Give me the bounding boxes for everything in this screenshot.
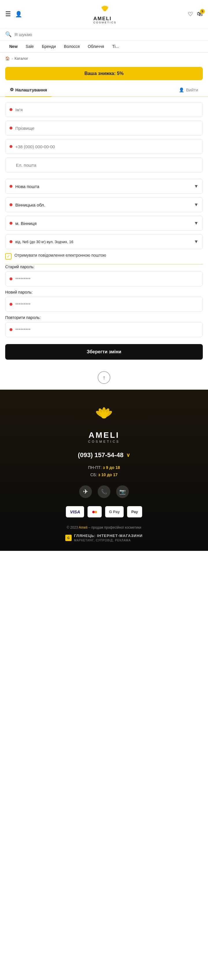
viber-icon[interactable]: 📞 [98,485,110,498]
field-dot [10,185,13,188]
checkbox-label: Отримувати повідомлення електронною пошт… [14,253,106,258]
email-notification-row: ✓ Отримувати повідомлення електронною по… [0,253,208,259]
home-icon[interactable]: 🏠 [5,56,10,60]
cart-wrap[interactable]: 🛍 5 [197,11,203,17]
check-icon: ✓ [6,254,10,259]
branch-select[interactable]: від. №6 (до 30 кг) вул. Зодчих, 16 [15,240,192,244]
nav-item-brands[interactable]: Бренди [38,41,60,52]
field-delivery[interactable]: Нова пошта ▼ [5,179,203,194]
breadcrumb-current: Каталог [14,56,28,60]
nav-item-face[interactable]: Обличчя [84,41,108,52]
footer-payments: VISA ● ● G Pay Pay [5,506,203,517]
svg-point-11 [101,415,107,418]
field-dot [10,145,13,148]
field-dot [10,203,13,206]
field-surname [5,121,203,135]
tab-logout[interactable]: 👤 Вийти [174,83,203,97]
user-icon[interactable]: 👤 [15,11,22,18]
field-dot [10,277,13,280]
search-input[interactable] [14,32,203,37]
field-confirm-password [5,322,203,337]
chevron-down-icon: ▼ [194,239,198,244]
field-dot [10,303,13,306]
phone-input[interactable] [15,144,198,149]
city-select[interactable]: м. Вінниця [15,221,192,226]
footer-copyright: © 2023 Ameli – продаж професійної космет… [5,525,203,530]
logo-icon [99,4,111,16]
confirm-password-input[interactable] [15,327,198,332]
nav-item-sale[interactable]: Sale [22,41,38,52]
payment-applepay: Pay [127,506,142,517]
field-city[interactable]: м. Вінниця ▼ [5,216,203,231]
search-bar: 🔍 [0,28,208,41]
confirm-password-label: Повторити пароль: [0,315,208,320]
field-name [5,102,203,117]
instagram-icon[interactable]: 📷 [116,485,129,498]
header: ☰ 👤 AMELI COSMETICS ♡ 🛍 5 [0,0,208,28]
header-left: ☰ 👤 [5,10,22,18]
tab-settings[interactable]: ⚙ Налаштування [5,83,52,97]
breadcrumb-separator: › [11,56,13,60]
delivery-select[interactable]: Нова пошта [15,184,192,189]
discount-banner: Ваша знижка: 5% [5,67,203,80]
field-dot [10,240,13,243]
brand-name: Ameli [79,525,88,530]
field-phone [5,139,203,154]
payment-mastercard: ● ● [88,506,101,517]
menu-icon[interactable]: ☰ [5,10,11,18]
confirm-password-section [0,322,208,337]
field-branch[interactable]: від. №6 (до 30 кг) вул. Зодчих, 16 ▼ [5,234,203,249]
svg-point-5 [103,10,106,11]
applepay-text: Pay [131,510,138,514]
region-select[interactable]: Вінницька обл. [15,202,192,207]
cart-badge: 5 [200,9,205,14]
nav-item-more[interactable]: Ті... [108,41,123,52]
field-dot [10,127,13,129]
logout-icon: 👤 [179,88,184,92]
payment-visa: VISA [66,506,84,517]
field-old-password [5,271,203,286]
nav-item-hair[interactable]: Волосся [60,41,84,52]
field-dot [10,328,13,331]
hours-weekday-label: ПН-ПТ: [88,465,102,470]
telegram-icon[interactable]: ✈ [79,485,92,498]
visa-text: VISA [70,509,80,514]
email-input[interactable] [10,163,198,167]
new-password-label: Новий пароль: [0,290,208,294]
search-icon: 🔍 [5,31,11,38]
breadcrumb: 🏠 › Каталог [0,53,208,64]
save-button[interactable]: Зберегти зміни [5,344,203,360]
footer-hours: ПН-ПТ: з 9 до 18 СБ: з 10 до 17 [5,464,203,479]
old-password-input[interactable] [15,277,198,282]
agency-logo-icon: G [65,535,72,541]
field-region[interactable]: Вінницька обл. ▼ [5,197,203,212]
footer-agency[interactable]: G ГЛЯНЕЦЬ: ІНТЕРНЕТ-МАГАЗИНИ МАРКЕТИНГ, … [5,533,203,542]
gpay-text: G Pay [109,510,120,514]
wishlist-icon[interactable]: ♡ [188,11,193,18]
scroll-top-button[interactable]: ↑ [98,371,110,384]
header-logo[interactable]: AMELI COSMETICS [93,4,117,24]
form-section: Нова пошта ▼ Вінницька обл. ▼ м. Вінниця… [0,97,208,249]
footer: AMELI COSMETICS (093) 157-54-48 ∨ ПН-ПТ:… [0,390,208,551]
agency-text: ГЛЯНЕЦЬ: ІНТЕРНЕТ-МАГАЗИНИ МАРКЕТИНГ, СУ… [74,533,142,542]
hours-saturday-value: з 10 до 17 [98,473,118,477]
footer-phone[interactable]: (093) 157-54-48 ∨ [78,451,130,459]
tab-settings-label: Налаштування [15,88,47,92]
payment-gpay: G Pay [105,506,124,517]
email-notification-checkbox[interactable]: ✓ [5,253,11,259]
settings-icon: ⚙ [10,87,14,92]
profile-tabs: ⚙ Налаштування 👤 Вийти [0,83,208,97]
nav-bar: New Sale Бренди Волосся Обличчя Ті... [0,41,208,53]
nav-item-new[interactable]: New [5,41,22,53]
chevron-down-icon: ▼ [194,221,198,226]
new-password-section [0,297,208,312]
field-email [5,158,203,172]
field-new-password [5,297,203,312]
new-password-input[interactable] [15,302,198,307]
footer-logo-text: AMELI [5,431,203,440]
header-right: ♡ 🛍 5 [188,11,203,18]
name-input[interactable] [15,107,198,112]
surname-input[interactable] [15,126,198,130]
mc-orange-icon: ● [94,509,98,515]
agency-name: ГЛЯНЕЦЬ: ІНТЕРНЕТ-МАГАЗИНИ [74,533,142,538]
